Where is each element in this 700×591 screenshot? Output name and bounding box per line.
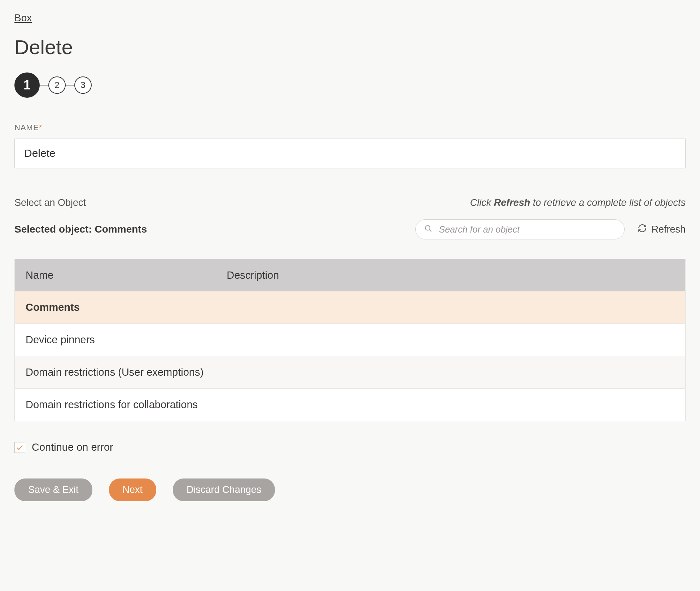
breadcrumb: Box [14,12,686,24]
cell-name: Comments [15,291,216,324]
hint-prefix: Click [470,197,494,208]
refresh-label: Refresh [651,224,686,235]
search-refresh-group: Refresh [415,219,686,239]
select-header-row: Select an Object Click Refresh to retrie… [14,197,686,208]
table-row[interactable]: Comments [15,291,686,324]
svg-line-1 [430,230,432,231]
name-label-text: NAME [14,123,39,132]
table-header-row: Name Description [15,259,686,292]
cell-name: Domain restrictions (User exemptions) [15,356,216,389]
page-title: Delete [14,35,686,59]
svg-point-0 [425,226,430,230]
cell-description [216,389,685,421]
search-input[interactable] [438,224,616,235]
next-button[interactable]: Next [109,478,157,501]
refresh-icon [638,224,647,235]
search-box[interactable] [415,219,625,239]
name-input[interactable] [14,138,686,168]
breadcrumb-link-box[interactable]: Box [14,12,32,23]
select-controls-row: Selected object: Comments Refresh [14,219,686,239]
search-icon [424,225,432,234]
col-name: Name [15,259,216,292]
continue-on-error-label: Continue on error [32,441,113,453]
continue-on-error-row: Continue on error [14,441,686,453]
cell-description [216,356,685,389]
discard-button[interactable]: Discard Changes [173,478,275,501]
step-3[interactable]: 3 [74,76,92,94]
cell-description [216,291,685,324]
refresh-hint: Click Refresh to retrieve a complete lis… [470,197,686,208]
col-description: Description [216,259,685,292]
page-root: Box Delete 1 2 3 NAME* Select an Object … [0,0,700,523]
table-row[interactable]: Device pinners [15,324,686,356]
step-separator [40,85,48,85]
required-asterisk: * [39,123,43,132]
objects-table: Name Description Comments Device pinners… [14,259,686,421]
selected-object-label: Selected object: Comments [14,224,147,235]
check-icon [16,444,24,451]
save-exit-button[interactable]: Save & Exit [14,478,92,501]
cell-description [216,324,685,356]
name-field-label: NAME* [14,123,686,132]
hint-suffix: to retrieve a complete list of objects [530,197,686,208]
continue-on-error-checkbox[interactable] [14,442,25,453]
refresh-button[interactable]: Refresh [638,224,686,235]
hint-bold: Refresh [494,197,530,208]
step-2[interactable]: 2 [48,76,66,94]
cell-name: Device pinners [15,324,216,356]
stepper: 1 2 3 [14,72,686,98]
action-bar: Save & Exit Next Discard Changes [14,478,686,501]
select-object-label: Select an Object [14,197,86,208]
step-1[interactable]: 1 [14,72,40,98]
cell-name: Domain restrictions for collaborations [15,389,216,421]
step-separator [66,85,74,85]
table-row[interactable]: Domain restrictions (User exemptions) [15,356,686,389]
table-row[interactable]: Domain restrictions for collaborations [15,389,686,421]
